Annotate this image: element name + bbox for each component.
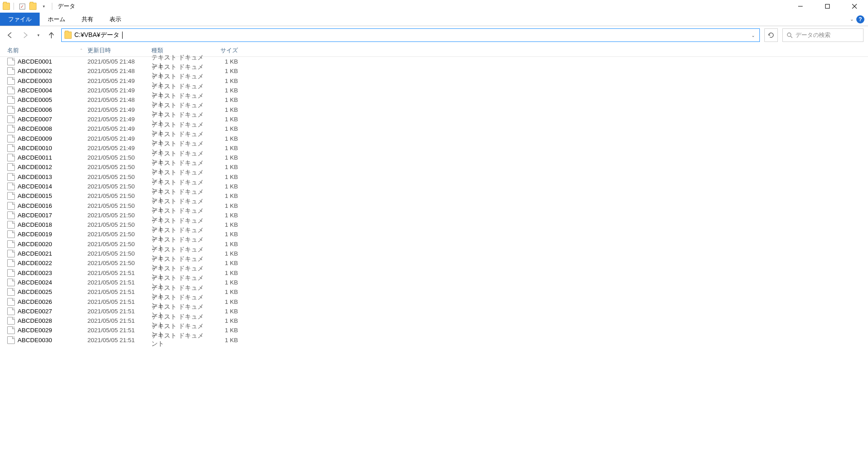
text-file-icon bbox=[7, 202, 15, 210]
file-row[interactable]: ABCDE00212021/05/05 21:50テキスト ドキュメント1 KB bbox=[0, 249, 868, 258]
file-row[interactable]: ABCDE00282021/05/05 21:51テキスト ドキュメント1 KB bbox=[0, 316, 868, 325]
file-row[interactable]: ABCDE00032021/05/05 21:49テキスト ドキュメント1 KB bbox=[0, 76, 868, 86]
file-date: 2021/05/05 21:51 bbox=[87, 327, 151, 334]
open-folder-icon[interactable] bbox=[28, 2, 37, 11]
text-file-icon bbox=[7, 183, 15, 190]
file-date: 2021/05/05 21:49 bbox=[87, 87, 151, 94]
file-name: ABCDE0002 bbox=[18, 68, 87, 74]
separator bbox=[52, 3, 52, 10]
file-date: 2021/05/05 21:50 bbox=[87, 154, 151, 161]
file-name: ABCDE0017 bbox=[18, 212, 87, 219]
window-title: データ bbox=[58, 2, 75, 10]
tab-file[interactable]: ファイル bbox=[0, 13, 40, 26]
file-row[interactable]: ABCDE00252021/05/05 21:51テキスト ドキュメント1 KB bbox=[0, 287, 868, 297]
recent-locations-dropdown[interactable]: ▾ bbox=[35, 30, 41, 41]
refresh-button[interactable] bbox=[764, 28, 778, 42]
file-name: ABCDE0001 bbox=[18, 58, 87, 65]
file-row[interactable]: ABCDE00202021/05/05 21:50テキスト ドキュメント1 KB bbox=[0, 239, 868, 249]
file-name: ABCDE0026 bbox=[18, 298, 87, 305]
text-file-icon bbox=[7, 96, 15, 104]
text-file-icon bbox=[7, 250, 15, 257]
file-name: ABCDE0006 bbox=[18, 106, 87, 113]
column-header-date[interactable]: 更新日時 bbox=[87, 46, 151, 55]
column-header-size[interactable]: サイズ bbox=[204, 46, 238, 55]
file-date: 2021/05/05 21:48 bbox=[87, 58, 151, 65]
file-row[interactable]: ABCDE00132021/05/05 21:50テキスト ドキュメント1 KB bbox=[0, 172, 868, 182]
close-button[interactable] bbox=[841, 0, 868, 13]
file-row[interactable]: ABCDE00012021/05/05 21:48テキスト ドキュメント1 KB bbox=[0, 57, 868, 66]
file-row[interactable]: ABCDE00262021/05/05 21:51テキスト ドキュメント1 KB bbox=[0, 297, 868, 306]
up-button[interactable] bbox=[46, 30, 57, 41]
file-name: ABCDE0008 bbox=[18, 125, 87, 132]
file-row[interactable]: ABCDE00302021/05/05 21:51テキスト ドキュメント1 KB bbox=[0, 335, 868, 345]
minimize-button[interactable] bbox=[787, 0, 814, 13]
file-date: 2021/05/05 21:51 bbox=[87, 298, 151, 305]
text-file-icon bbox=[7, 67, 15, 75]
file-size: 1 KB bbox=[204, 145, 238, 151]
file-row[interactable]: ABCDE00292021/05/05 21:51テキスト ドキュメント1 KB bbox=[0, 325, 868, 335]
address-history-dropdown[interactable]: ⌄ bbox=[747, 29, 759, 41]
file-row[interactable]: ABCDE00062021/05/05 21:49テキスト ドキュメント1 KB bbox=[0, 105, 868, 114]
file-size: 1 KB bbox=[204, 250, 238, 257]
text-file-icon bbox=[7, 298, 15, 306]
file-row[interactable]: ABCDE00142021/05/05 21:50テキスト ドキュメント1 KB bbox=[0, 182, 868, 191]
file-row[interactable]: ABCDE00152021/05/05 21:50テキスト ドキュメント1 KB bbox=[0, 191, 868, 201]
file-row[interactable]: ABCDE00272021/05/05 21:51テキスト ドキュメント1 KB bbox=[0, 307, 868, 316]
file-size: 1 KB bbox=[204, 164, 238, 170]
file-row[interactable]: ABCDE00162021/05/05 21:50テキスト ドキュメント1 KB bbox=[0, 201, 868, 210]
file-type: テキスト ドキュメント bbox=[151, 332, 204, 348]
text-file-icon bbox=[7, 279, 15, 286]
file-row[interactable]: ABCDE00122021/05/05 21:50テキスト ドキュメント1 KB bbox=[0, 162, 868, 172]
file-row[interactable]: ABCDE00242021/05/05 21:51テキスト ドキュメント1 KB bbox=[0, 278, 868, 287]
file-size: 1 KB bbox=[204, 221, 238, 228]
back-button[interactable] bbox=[5, 30, 15, 41]
tab-share[interactable]: 共有 bbox=[73, 13, 101, 26]
tab-view[interactable]: 表示 bbox=[101, 13, 129, 26]
text-file-icon bbox=[7, 87, 15, 94]
file-row[interactable]: ABCDE00072021/05/05 21:49テキスト ドキュメント1 KB bbox=[0, 115, 868, 124]
search-input[interactable]: データの検索 bbox=[782, 28, 863, 42]
file-row[interactable]: ABCDE00022021/05/05 21:48テキスト ドキュメント1 KB bbox=[0, 66, 868, 76]
forward-button[interactable] bbox=[20, 30, 31, 41]
file-size: 1 KB bbox=[204, 87, 238, 94]
file-row[interactable]: ABCDE00182021/05/05 21:50テキスト ドキュメント1 KB bbox=[0, 220, 868, 229]
file-row[interactable]: ABCDE00082021/05/05 21:49テキスト ドキュメント1 KB bbox=[0, 124, 868, 133]
file-name: ABCDE0010 bbox=[18, 145, 87, 151]
quick-access-toolbar: ✓ ▾ bbox=[3, 2, 54, 11]
help-icon[interactable]: ? bbox=[856, 15, 864, 23]
file-name: ABCDE0012 bbox=[18, 164, 87, 170]
file-row[interactable]: ABCDE00172021/05/05 21:50テキスト ドキュメント1 KB bbox=[0, 211, 868, 220]
qat-dropdown-icon[interactable]: ▾ bbox=[39, 2, 48, 11]
file-list: ABCDE00012021/05/05 21:48テキスト ドキュメント1 KB… bbox=[0, 57, 868, 345]
ribbon-collapse-icon[interactable]: ⌄ bbox=[850, 17, 854, 22]
file-size: 1 KB bbox=[204, 202, 238, 209]
maximize-button[interactable] bbox=[814, 0, 841, 13]
text-file-icon bbox=[7, 125, 15, 133]
file-row[interactable]: ABCDE00222021/05/05 21:50テキスト ドキュメント1 KB bbox=[0, 258, 868, 268]
column-header-name[interactable]: 名前 ⌃ bbox=[7, 46, 87, 55]
file-size: 1 KB bbox=[204, 317, 238, 324]
file-row[interactable]: ABCDE00102021/05/05 21:49テキスト ドキュメント1 KB bbox=[0, 143, 868, 153]
file-name: ABCDE0023 bbox=[18, 270, 87, 276]
file-row[interactable]: ABCDE00112021/05/05 21:50テキスト ドキュメント1 KB bbox=[0, 153, 868, 162]
file-size: 1 KB bbox=[204, 183, 238, 190]
text-file-icon bbox=[7, 115, 15, 123]
address-bar[interactable]: C:¥VBA¥データ ⌄ bbox=[61, 28, 760, 42]
file-row[interactable]: ABCDE00092021/05/05 21:49テキスト ドキュメント1 KB bbox=[0, 133, 868, 143]
properties-icon[interactable]: ✓ bbox=[18, 2, 27, 11]
file-row[interactable]: ABCDE00042021/05/05 21:49テキスト ドキュメント1 KB bbox=[0, 86, 868, 95]
file-date: 2021/05/05 21:50 bbox=[87, 174, 151, 180]
file-row[interactable]: ABCDE00192021/05/05 21:50テキスト ドキュメント1 KB bbox=[0, 229, 868, 239]
file-date: 2021/05/05 21:49 bbox=[87, 106, 151, 113]
file-name: ABCDE0003 bbox=[18, 78, 87, 84]
file-row[interactable]: ABCDE00052021/05/05 21:48テキスト ドキュメント1 KB bbox=[0, 95, 868, 105]
text-file-icon bbox=[7, 326, 15, 334]
text-cursor bbox=[122, 32, 123, 39]
file-date: 2021/05/05 21:50 bbox=[87, 202, 151, 209]
tab-home[interactable]: ホーム bbox=[40, 13, 73, 26]
file-name: ABCDE0028 bbox=[18, 317, 87, 324]
file-date: 2021/05/05 21:50 bbox=[87, 192, 151, 199]
file-date: 2021/05/05 21:50 bbox=[87, 164, 151, 170]
file-date: 2021/05/05 21:50 bbox=[87, 250, 151, 257]
file-row[interactable]: ABCDE00232021/05/05 21:51テキスト ドキュメント1 KB bbox=[0, 268, 868, 278]
